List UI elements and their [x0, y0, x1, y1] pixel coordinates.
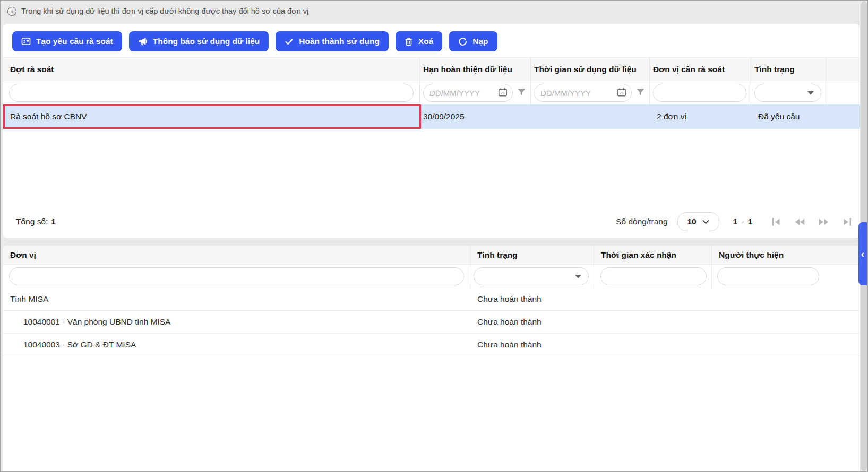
filter-dot-ra-soat-input[interactable] [9, 84, 414, 102]
delete-button[interactable]: Xoá [396, 31, 442, 51]
caret-down-icon [807, 91, 814, 95]
total-value: 1 [51, 217, 56, 226]
megaphone-icon [138, 37, 148, 46]
range-separator: - [741, 217, 744, 226]
unit-table-header: Đơn vị Tình trạng Thời gian xác nhận Ngư… [3, 246, 860, 265]
reload-button[interactable]: Nạp [449, 31, 497, 51]
filter-don-vi-input[interactable] [9, 267, 464, 285]
page-range: 1 - 1 [733, 217, 752, 226]
svg-text:23: 23 [620, 91, 624, 95]
refresh-icon [458, 37, 467, 46]
column-header-don-vi[interactable]: Đơn vị [3, 246, 470, 264]
review-table-filter-row: DD/MM/YYYY 23 DD/MM/YYYY 23 [3, 81, 860, 104]
info-bar: i Trong khi sử dụng dữ liệu thì đơn vị c… [1, 1, 859, 22]
button-label: Hoàn thành sử dụng [299, 37, 380, 46]
filter-usage-date-input[interactable]: DD/MM/YYYY 23 [534, 84, 632, 102]
rows-per-page-select[interactable]: 10 [677, 212, 719, 231]
column-header-filler [826, 58, 860, 81]
button-label: Tạo yêu cầu rà soát [36, 37, 113, 46]
column-header-nguoi-thuc-hien[interactable]: Người thực hiện [712, 246, 860, 264]
cell-don-vi: 10040003 - Sở GD & ĐT MISA [3, 334, 470, 356]
next-page-icon[interactable] [818, 217, 829, 226]
calendar-icon: 23 [617, 88, 626, 99]
button-label: Nạp [472, 37, 488, 46]
date-placeholder: DD/MM/YYYY [429, 89, 480, 98]
toolbar: Tạo yêu cầu rà soát Thông báo sử dụng dữ… [3, 24, 860, 57]
cell-nguoi-thuc-hien [712, 311, 860, 333]
id-card-icon [21, 37, 31, 46]
cell-tinh-trang: Đã yêu cầu [751, 104, 826, 129]
column-header-dot-ra-soat[interactable]: Đợt rà soát [3, 58, 420, 81]
cell-nguoi-thuc-hien [712, 334, 860, 356]
cell-thoi-gian-xac-nhan [594, 288, 712, 310]
notify-data-usage-button[interactable]: Thông báo sử dụng dữ liệu [129, 31, 269, 51]
info-bar-text: Trong khi sử dụng dữ liệu thì đơn vị cấp… [21, 7, 308, 15]
filter-tinh-trang-select[interactable] [474, 267, 589, 285]
create-review-request-button[interactable]: Tạo yêu cầu rà soát [12, 31, 122, 51]
review-table-row[interactable]: Rà soát hồ sơ CBNV 30/09/2025 2 đơn vị Đ… [3, 104, 860, 129]
column-header-thoi-gian-su-dung[interactable]: Thời gian sử dụng dữ liệu [531, 58, 650, 81]
cell-don-vi-can-ra-soat: 2 đơn vị [650, 104, 751, 129]
chevron-down-icon [702, 220, 709, 224]
button-label: Xoá [418, 37, 433, 46]
cell-don-vi: Tỉnh MISA [3, 288, 470, 310]
filter-nguoi-thuc-hien-input[interactable] [717, 267, 819, 285]
pagination-controls [771, 217, 852, 226]
filter-status-select[interactable] [754, 84, 821, 102]
range-from: 1 [733, 217, 738, 226]
cell-don-vi: 10040001 - Văn phòng UBND tỉnh MISA [3, 311, 470, 333]
cell-nguoi-thuc-hien [712, 288, 860, 310]
column-header-tinh-trang[interactable]: Tình trạng [470, 246, 594, 264]
rows-per-page-label: Số dòng/trang [616, 217, 667, 226]
info-circle-icon: i [7, 7, 16, 16]
button-label: Thông báo sử dụng dữ liệu [153, 37, 260, 46]
rows-per-page-value: 10 [687, 217, 696, 226]
cell-tinh-trang: Chưa hoàn thành [470, 334, 594, 356]
review-batch-panel: Tạo yêu cầu rà soát Thông báo sử dụng dữ… [3, 24, 860, 238]
range-to: 1 [747, 217, 752, 226]
filter-funnel-icon[interactable] [636, 88, 645, 98]
column-header-han-hoan-thien[interactable]: Hạn hoàn thiện dữ liệu [420, 58, 531, 81]
complete-usage-button[interactable]: Hoàn thành sử dụng [276, 31, 389, 51]
column-header-thoi-gian-xac-nhan[interactable]: Thời gian xác nhận [594, 246, 712, 264]
unit-table-row[interactable]: 10040003 - Sở GD & ĐT MISA Chưa hoàn thà… [3, 334, 860, 356]
check-icon [285, 37, 294, 46]
cell-thoi-gian-xac-nhan [594, 311, 712, 333]
caret-down-icon [575, 275, 581, 278]
filter-thoi-gian-xac-nhan-input[interactable] [600, 267, 707, 285]
unit-panel: Đơn vị Tình trạng Thời gian xác nhận Ngư… [3, 246, 860, 472]
review-table-footer: Tổng số: 1 Số dòng/trang 10 1 - 1 [3, 207, 860, 238]
unit-table-row[interactable]: 10040001 - Văn phòng UBND tỉnh MISA Chưa… [3, 311, 860, 334]
calendar-icon: 23 [498, 88, 508, 99]
first-page-icon[interactable] [771, 217, 781, 226]
filter-funnel-icon[interactable] [517, 88, 526, 98]
cell-tinh-trang: Chưa hoàn thành [470, 311, 594, 333]
review-table-header: Đợt rà soát Hạn hoàn thiện dữ liệu Thời … [3, 57, 860, 81]
filter-deadline-date-input[interactable]: DD/MM/YYYY 23 [423, 84, 513, 102]
cell-dot-ra-soat: Rà soát hồ sơ CBNV [3, 104, 420, 129]
cell-thoi-gian-su-dung [531, 104, 650, 129]
cell-thoi-gian-xac-nhan [594, 334, 712, 356]
filter-units-input[interactable] [653, 84, 746, 102]
prev-page-icon[interactable] [794, 217, 805, 226]
cell-tinh-trang: Chưa hoàn thành [470, 288, 594, 310]
date-placeholder: DD/MM/YYYY [540, 89, 591, 98]
chevron-left-icon: ‹ [861, 248, 864, 260]
last-page-icon[interactable] [842, 217, 852, 226]
unit-table-filter-row [3, 265, 860, 288]
total-label: Tổng số: [16, 217, 48, 226]
app-window: i Trong khi sử dụng dữ liệu thì đơn vị c… [0, 0, 868, 472]
trash-icon [405, 37, 413, 46]
column-header-don-vi-can-ra-soat[interactable]: Đơn vị cần rà soát [650, 58, 751, 81]
cell-han-hoan-thien: 30/09/2025 [420, 104, 531, 129]
collapse-panel-tab[interactable]: ‹ [858, 222, 867, 285]
svg-text:23: 23 [501, 91, 505, 95]
column-header-tinh-trang[interactable]: Tình trạng [751, 58, 826, 81]
unit-table-row[interactable]: Tỉnh MISA Chưa hoàn thành [3, 288, 860, 311]
